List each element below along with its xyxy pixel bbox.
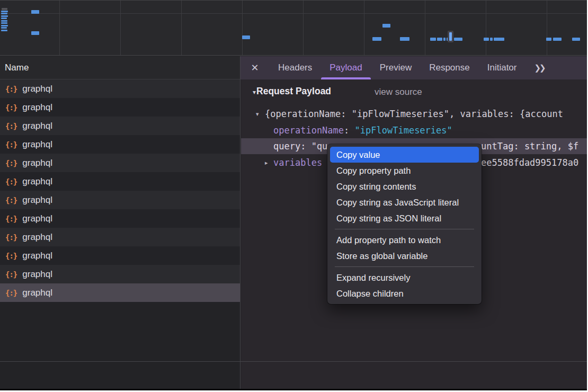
network-request-row[interactable]: {:}graphql [0, 172, 240, 191]
json-file-icon: {:} [5, 122, 17, 130]
view-source-link[interactable]: view source [375, 87, 422, 97]
menu-item-collapse-children[interactable]: Collapse children [327, 286, 482, 301]
menu-item-expand-recursively[interactable]: Expand recursively [327, 270, 482, 286]
json-file-icon: {:} [5, 252, 17, 260]
network-request-row[interactable]: {:}graphql [0, 117, 240, 135]
waterfall-bar [1, 20, 7, 22]
collapsed-triangle-icon: ▸ [265, 155, 268, 171]
waterfall-gridline [242, 1, 243, 55]
waterfall-bar [484, 38, 489, 41]
waterfall-gridline [120, 1, 121, 55]
property-key: variables [273, 155, 322, 171]
name-column-label: Name [5, 63, 29, 73]
waterfall-gridline [364, 1, 364, 55]
selected-request-marker-bar [449, 32, 452, 41]
network-request-row[interactable]: {:}graphql [0, 265, 240, 283]
tab-initiator[interactable]: Initiator [487, 56, 517, 79]
json-file-icon: {:} [5, 196, 17, 204]
menu-item-copy-string-as-json-literal[interactable]: Copy string as JSON literal [327, 210, 482, 226]
tab-headers[interactable]: Headers [278, 56, 312, 79]
json-file-icon: {:} [5, 177, 17, 186]
network-request-row[interactable]: {:}graphql [0, 79, 240, 98]
waterfall-bar [454, 38, 462, 41]
waterfall-bar [443, 38, 446, 41]
detail-tab-bar: ✕ HeadersPayloadPreviewResponseInitiator… [240, 56, 587, 79]
network-request-row[interactable]: {:}graphql [0, 228, 240, 246]
request-name: graphql [22, 176, 52, 187]
network-request-list: {:}graphql{:}graphql{:}graphql{:}graphql… [0, 79, 240, 389]
waterfall-bar [494, 38, 504, 41]
footer-divider [0, 361, 587, 362]
request-payload-section-title[interactable]: ▾Request Payload [253, 86, 331, 97]
waterfall-bar [1, 27, 7, 29]
waterfall-bar [400, 37, 409, 41]
request-name: graphql [22, 139, 52, 150]
waterfall-bar [490, 38, 493, 41]
waterfall-bar [2, 8, 7, 10]
json-file-icon: {:} [5, 233, 17, 242]
query-right-text: untTag: string, $f [481, 138, 578, 154]
menu-item-store-as-global-variable[interactable]: Store as global variable [327, 248, 482, 264]
waterfall-bar [546, 38, 551, 41]
close-icon[interactable]: ✕ [249, 62, 261, 74]
operation-name-row[interactable]: operationName: "ipFlowTimeseries" [241, 122, 587, 138]
request-name: graphql [22, 288, 52, 298]
waterfall-gridline [59, 1, 60, 55]
overview-ruler-divider [0, 13, 587, 14]
waterfall-bar [1, 25, 8, 26]
waterfall-bar [382, 24, 390, 28]
tab-preview[interactable]: Preview [380, 56, 412, 79]
json-file-icon: {:} [5, 103, 17, 112]
waterfall-gridline [425, 1, 425, 55]
request-name: graphql [22, 269, 52, 280]
menu-separator [335, 266, 474, 267]
request-name: graphql [22, 121, 52, 131]
menu-item-copy-property-path[interactable]: Copy property path [327, 163, 482, 179]
network-request-row[interactable]: {:}graphql [0, 209, 240, 228]
waterfall-gridline [303, 1, 304, 55]
waterfall-bar [1, 13, 7, 14]
network-request-row[interactable]: {:}graphql [0, 98, 240, 117]
waterfall-gridline [547, 1, 547, 55]
request-name: graphql [22, 251, 52, 261]
panel-splitter[interactable] [240, 56, 240, 389]
json-file-icon: {:} [5, 215, 17, 223]
waterfall-bar [1, 15, 8, 17]
devtools-network-panel: Name ✕ HeadersPayloadPreviewResponseInit… [0, 0, 587, 390]
request-name: graphql [22, 195, 52, 206]
network-request-row[interactable]: {:}graphql [0, 154, 240, 172]
name-column-header[interactable]: Name [0, 56, 240, 79]
request-name: graphql [22, 232, 52, 243]
json-file-icon: {:} [5, 270, 17, 279]
tab-response[interactable]: Response [429, 56, 470, 79]
expanded-triangle-icon: ▾ [256, 106, 259, 122]
menu-item-copy-value[interactable]: Copy value [330, 147, 479, 163]
waterfall-gridline [181, 1, 182, 55]
context-menu: Copy valueCopy property pathCopy string … [327, 144, 482, 304]
json-file-icon: {:} [5, 85, 17, 93]
network-request-row[interactable]: {:}graphql [0, 135, 240, 154]
more-tabs-icon[interactable]: ❯❯ [534, 63, 547, 73]
waterfall-bar [1, 30, 7, 31]
waterfall-bar [1, 22, 7, 24]
menu-item-copy-string-contents[interactable]: Copy string contents [327, 179, 482, 194]
waterfall-bar [553, 38, 562, 41]
json-file-icon: {:} [5, 159, 17, 167]
waterfall-bar [437, 38, 442, 41]
collapse-triangle-icon: ▾ [253, 88, 256, 96]
request-name: graphql [22, 213, 52, 224]
waterfall-bar [572, 38, 580, 41]
network-request-row[interactable]: {:}graphql [0, 246, 240, 265]
tab-payload[interactable]: Payload [329, 56, 362, 79]
request-name: graphql [22, 84, 52, 94]
menu-item-add-property-path-to-watch[interactable]: Add property path to watch [327, 232, 482, 248]
waterfall-bar [1, 17, 7, 19]
menu-item-copy-string-as-javascript-literal[interactable]: Copy string as JavaScript literal [327, 194, 482, 210]
waterfall-bar [31, 10, 39, 14]
network-request-row[interactable]: {:}graphql [0, 283, 240, 302]
payload-root-row[interactable]: ▾ {operationName: "ipFlowTimeseries", va… [241, 106, 587, 122]
waterfall-bar [430, 38, 436, 41]
payload-preview-text: {operationName: "ipFlowTimeseries", vari… [265, 106, 563, 122]
network-request-row[interactable]: {:}graphql [0, 191, 240, 209]
network-overview-waterfall[interactable] [0, 0, 587, 56]
